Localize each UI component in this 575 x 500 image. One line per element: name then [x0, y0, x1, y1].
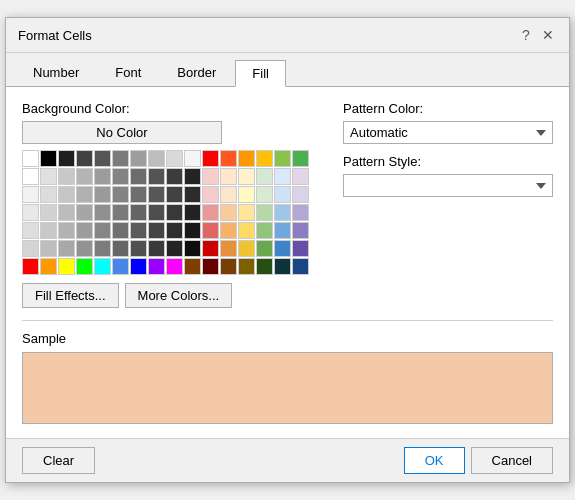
pattern-style-select[interactable] [343, 174, 553, 197]
color-cell[interactable] [130, 222, 147, 239]
clear-button[interactable]: Clear [22, 447, 95, 474]
color-cell[interactable] [274, 222, 291, 239]
color-cell[interactable] [292, 168, 309, 185]
color-cell[interactable] [112, 204, 129, 221]
color-cell[interactable] [112, 240, 129, 257]
color-cell[interactable] [58, 186, 75, 203]
color-cell[interactable] [148, 168, 165, 185]
color-cell[interactable] [274, 258, 291, 275]
color-cell[interactable] [166, 186, 183, 203]
color-cell[interactable] [22, 222, 39, 239]
color-cell[interactable] [94, 204, 111, 221]
color-cell[interactable] [130, 186, 147, 203]
color-cell[interactable] [292, 222, 309, 239]
color-cell[interactable] [76, 168, 93, 185]
more-colors-button[interactable]: More Colors... [125, 283, 233, 308]
color-cell[interactable] [40, 258, 57, 275]
color-cell[interactable] [238, 258, 255, 275]
color-cell[interactable] [256, 168, 273, 185]
color-cell[interactable] [184, 150, 201, 167]
color-cell[interactable] [238, 168, 255, 185]
color-cell[interactable] [166, 258, 183, 275]
color-cell[interactable] [40, 150, 57, 167]
color-cell[interactable] [40, 186, 57, 203]
color-cell[interactable] [202, 204, 219, 221]
color-cell[interactable] [76, 186, 93, 203]
color-cell[interactable] [220, 204, 237, 221]
color-cell[interactable] [112, 168, 129, 185]
color-cell[interactable] [166, 150, 183, 167]
pattern-color-select[interactable]: Automatic [343, 121, 553, 144]
color-cell[interactable] [94, 258, 111, 275]
color-cell[interactable] [274, 168, 291, 185]
color-cell[interactable] [166, 168, 183, 185]
tab-fill[interactable]: Fill [235, 60, 286, 87]
color-cell[interactable] [202, 258, 219, 275]
color-cell[interactable] [94, 168, 111, 185]
color-cell[interactable] [184, 186, 201, 203]
color-cell[interactable] [148, 204, 165, 221]
color-cell[interactable] [58, 258, 75, 275]
color-cell[interactable] [112, 222, 129, 239]
color-cell[interactable] [130, 168, 147, 185]
color-cell[interactable] [166, 240, 183, 257]
color-cell[interactable] [22, 186, 39, 203]
color-cell[interactable] [202, 150, 219, 167]
no-color-button[interactable]: No Color [22, 121, 222, 144]
color-cell[interactable] [22, 150, 39, 167]
color-cell[interactable] [274, 150, 291, 167]
color-cell[interactable] [184, 222, 201, 239]
color-cell[interactable] [130, 150, 147, 167]
color-cell[interactable] [58, 222, 75, 239]
color-cell[interactable] [274, 204, 291, 221]
color-cell[interactable] [94, 186, 111, 203]
color-cell[interactable] [256, 240, 273, 257]
color-cell[interactable] [58, 204, 75, 221]
tab-number[interactable]: Number [16, 59, 96, 86]
color-cell[interactable] [292, 204, 309, 221]
color-cell[interactable] [130, 204, 147, 221]
color-cell[interactable] [202, 186, 219, 203]
color-cell[interactable] [292, 240, 309, 257]
color-cell[interactable] [76, 150, 93, 167]
color-cell[interactable] [220, 240, 237, 257]
color-cell[interactable] [220, 186, 237, 203]
color-cell[interactable] [184, 204, 201, 221]
color-cell[interactable] [112, 186, 129, 203]
cancel-button[interactable]: Cancel [471, 447, 553, 474]
color-cell[interactable] [130, 258, 147, 275]
color-cell[interactable] [238, 204, 255, 221]
color-cell[interactable] [166, 204, 183, 221]
color-cell[interactable] [58, 168, 75, 185]
color-cell[interactable] [238, 222, 255, 239]
color-cell[interactable] [238, 150, 255, 167]
color-cell[interactable] [292, 150, 309, 167]
color-cell[interactable] [76, 240, 93, 257]
tab-font[interactable]: Font [98, 59, 158, 86]
color-cell[interactable] [76, 204, 93, 221]
color-cell[interactable] [22, 240, 39, 257]
color-cell[interactable] [184, 168, 201, 185]
color-cell[interactable] [58, 240, 75, 257]
color-cell[interactable] [256, 222, 273, 239]
color-cell[interactable] [112, 150, 129, 167]
color-cell[interactable] [94, 240, 111, 257]
color-cell[interactable] [256, 186, 273, 203]
color-cell[interactable] [292, 258, 309, 275]
color-cell[interactable] [238, 186, 255, 203]
color-cell[interactable] [94, 150, 111, 167]
color-cell[interactable] [76, 258, 93, 275]
color-cell[interactable] [166, 222, 183, 239]
color-cell[interactable] [202, 222, 219, 239]
color-cell[interactable] [274, 240, 291, 257]
color-cell[interactable] [130, 240, 147, 257]
color-cell[interactable] [148, 150, 165, 167]
color-cell[interactable] [22, 258, 39, 275]
color-cell[interactable] [148, 240, 165, 257]
color-cell[interactable] [22, 168, 39, 185]
color-cell[interactable] [76, 222, 93, 239]
color-cell[interactable] [220, 222, 237, 239]
color-cell[interactable] [292, 186, 309, 203]
tab-border[interactable]: Border [160, 59, 233, 86]
color-cell[interactable] [58, 150, 75, 167]
